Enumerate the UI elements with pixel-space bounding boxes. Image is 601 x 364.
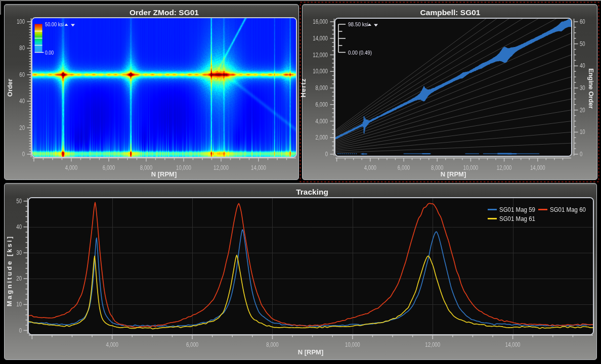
svg-text:50.00 ksi: 50.00 ksi <box>45 21 64 27</box>
svg-text:12,000: 12,000 <box>313 51 328 59</box>
svg-text:0: 0 <box>19 327 22 334</box>
svg-text:4,000: 4,000 <box>316 117 328 125</box>
svg-text:16,000: 16,000 <box>313 18 328 25</box>
svg-text:10: 10 <box>580 128 585 135</box>
svg-text:8,000: 8,000 <box>266 341 278 348</box>
svg-text:0.00 (0.49): 0.00 (0.49) <box>348 50 372 56</box>
svg-text:14,000: 14,000 <box>313 34 328 42</box>
svg-text:SG01 Mag 61: SG01 Mag 61 <box>499 215 535 222</box>
svg-text:N [RPM]: N [RPM] <box>151 170 177 178</box>
svg-text:30: 30 <box>580 84 585 92</box>
svg-text:14,000: 14,000 <box>251 164 266 171</box>
svg-text:30: 30 <box>16 249 22 256</box>
svg-text:12,000: 12,000 <box>425 341 440 348</box>
svg-text:10,000: 10,000 <box>313 67 328 75</box>
svg-text:20: 20 <box>580 106 585 114</box>
svg-text:12,000: 12,000 <box>213 164 229 171</box>
svg-text:50: 50 <box>580 40 585 48</box>
svg-text:0.00: 0.00 <box>45 50 54 56</box>
svg-text:6,000: 6,000 <box>103 164 115 171</box>
svg-text:2,000: 2,000 <box>316 133 328 141</box>
svg-text:Campbell: SG01: Campbell: SG01 <box>420 8 481 17</box>
svg-text:4,000: 4,000 <box>65 164 77 171</box>
svg-text:20: 20 <box>19 124 25 131</box>
svg-text:0: 0 <box>580 150 582 158</box>
svg-text:14,000: 14,000 <box>505 341 521 348</box>
svg-text:SG01 Mag 60: SG01 Mag 60 <box>550 206 586 213</box>
svg-text:12,000: 12,000 <box>497 164 512 171</box>
svg-text:14,000: 14,000 <box>530 164 545 171</box>
svg-text:Hertz: Hertz <box>299 78 307 98</box>
svg-text:Magnitude [ksi]: Magnitude [ksi] <box>6 237 13 306</box>
svg-text:100: 100 <box>17 18 25 25</box>
svg-text:50: 50 <box>16 197 22 205</box>
svg-text:6,000: 6,000 <box>316 101 328 108</box>
svg-text:N [RPM]: N [RPM] <box>298 348 324 356</box>
svg-text:0: 0 <box>325 150 328 158</box>
svg-text:10: 10 <box>16 300 22 308</box>
svg-text:6,000: 6,000 <box>398 164 410 171</box>
svg-text:6,000: 6,000 <box>186 341 198 348</box>
svg-text:8,000: 8,000 <box>316 84 328 92</box>
svg-text:40: 40 <box>580 62 585 69</box>
svg-text:60: 60 <box>19 71 25 78</box>
svg-text:4,000: 4,000 <box>106 341 118 348</box>
svg-text:10,000: 10,000 <box>345 341 360 348</box>
svg-text:Tracking: Tracking <box>296 188 328 196</box>
svg-text:SG01 Mag 59: SG01 Mag 59 <box>499 206 535 213</box>
svg-text:60: 60 <box>580 18 585 25</box>
svg-text:80: 80 <box>19 44 25 52</box>
svg-text:Order: Order <box>6 79 14 97</box>
svg-text:40: 40 <box>19 97 25 105</box>
svg-text:20: 20 <box>16 275 22 282</box>
svg-text:8,000: 8,000 <box>140 164 152 171</box>
svg-text:40: 40 <box>16 223 22 231</box>
svg-text:N [RPM]: N [RPM] <box>441 170 466 178</box>
svg-text:Order ZMod: SG01: Order ZMod: SG01 <box>130 8 199 17</box>
svg-text:4,000: 4,000 <box>364 164 376 171</box>
svg-text:Engine Order: Engine Order <box>587 68 595 109</box>
svg-text:0: 0 <box>22 150 25 158</box>
svg-text:98.50 ksi: 98.50 ksi <box>348 21 368 27</box>
svg-text:10,000: 10,000 <box>176 164 191 171</box>
